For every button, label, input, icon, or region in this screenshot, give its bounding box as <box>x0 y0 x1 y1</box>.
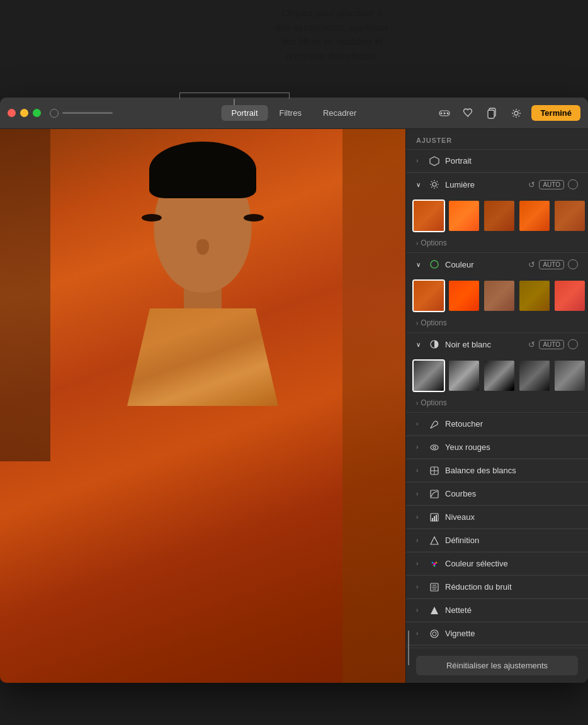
adj-nb-label: Noir et blanc <box>445 340 523 349</box>
couleur-options-toggle[interactable]: › Options <box>416 318 578 327</box>
thumb-couleur-2[interactable] <box>448 279 480 312</box>
maximize-button[interactable] <box>33 109 41 117</box>
adj-niveaux-label: Niveaux <box>445 512 578 522</box>
terminer-button[interactable]: Terminé <box>531 105 580 121</box>
adj-courbes[interactable]: › Courbes <box>406 483 588 505</box>
svg-point-31 <box>433 446 436 449</box>
adj-portrait[interactable]: › Portrait <box>406 150 588 172</box>
svg-marker-40 <box>431 537 438 544</box>
lumiere-thumbs <box>406 196 588 236</box>
thumb-nb-4[interactable] <box>518 359 551 392</box>
yeux-icon <box>429 442 440 453</box>
noise-icon <box>429 582 440 593</box>
svg-marker-51 <box>431 607 438 614</box>
thumb-lumiere-2[interactable] <box>448 200 480 232</box>
adj-couleur-label: Couleur <box>445 260 523 269</box>
lumiere-auto[interactable]: AUTO <box>539 180 564 189</box>
adj-nettete[interactable]: › Netteté <box>406 599 588 622</box>
nb-auto[interactable]: AUTO <box>539 340 564 349</box>
thumb-lumiere-5[interactable] <box>553 200 586 232</box>
minimize-button[interactable] <box>20 109 28 117</box>
right-eye <box>244 214 264 222</box>
lumiere-options-toggle[interactable]: › Options <box>416 239 578 247</box>
thumb-couleur-1[interactable] <box>412 279 445 312</box>
couleur-reset[interactable]: ↺ <box>528 260 535 269</box>
options-label-lumiere: Options <box>421 239 446 247</box>
magic-icon[interactable] <box>507 104 525 122</box>
nb-options[interactable]: › Options <box>406 396 588 412</box>
reset-button[interactable]: Réinitialiser les ajustements <box>416 656 578 675</box>
adj-couleur-header[interactable]: ∨ Couleur ↺ AUTO <box>406 253 588 276</box>
tab-ajuster[interactable]: Portrait <box>222 105 268 121</box>
content-area: Portrait Studio AJUSTER › <box>0 129 588 683</box>
thumb-couleur-5[interactable] <box>553 279 586 312</box>
thumb-nb-3[interactable] <box>483 359 516 392</box>
adj-vignette-label: Vignette <box>445 629 578 638</box>
adj-definition[interactable]: › Définition <box>406 529 588 552</box>
duplicate-icon[interactable] <box>483 104 501 122</box>
brightness-slider[interactable] <box>50 109 113 118</box>
thumb-nb-2[interactable] <box>448 359 480 392</box>
svg-point-6 <box>514 111 518 115</box>
adj-definition-label: Définition <box>445 536 578 545</box>
tab-recadrer[interactable]: Recadrer <box>313 105 366 121</box>
tab-bar: Portrait Filtres Recadrer <box>222 105 367 121</box>
couleur-toggle[interactable] <box>568 259 578 269</box>
adj-lumiere-label: Lumière <box>445 180 523 189</box>
vignette-icon <box>429 628 440 639</box>
slider-track <box>62 112 113 114</box>
couleur-auto[interactable]: AUTO <box>539 260 564 269</box>
tab-filtres[interactable]: Filtres <box>269 105 312 121</box>
couleur-options[interactable]: › Options <box>406 316 588 332</box>
thumb-lumiere-1[interactable] <box>412 200 445 232</box>
photo-content <box>0 129 405 683</box>
svg-point-45 <box>432 565 433 566</box>
nb-options-toggle[interactable]: › Options <box>416 398 578 407</box>
adj-balance[interactable]: › Balance des blancs <box>406 459 588 482</box>
nose <box>196 239 209 255</box>
lumiere-controls: ↺ AUTO <box>528 179 578 189</box>
thumb-couleur-3[interactable] <box>483 279 516 312</box>
svg-point-44 <box>434 565 436 566</box>
options-chevron-nb: › <box>416 400 418 407</box>
adj-selective[interactable]: › Couleur sélective <box>406 553 588 575</box>
favorite-icon[interactable] <box>460 104 477 122</box>
adj-yeux[interactable]: › Yeux rouges <box>406 436 588 459</box>
svg-line-27 <box>431 187 432 188</box>
adj-lumiere-header[interactable]: ∨ Lumiè <box>406 173 588 196</box>
adj-niveaux[interactable]: › Niveaux <box>406 506 588 529</box>
adj-vignette[interactable]: › Vignette <box>406 622 588 645</box>
brightness-icon <box>50 109 59 118</box>
adj-noise[interactable]: › Réduction du bruit <box>406 576 588 599</box>
app-window: Portrait Filtres Recadrer <box>0 98 588 683</box>
more-options-icon[interactable] <box>436 104 453 122</box>
svg-point-53 <box>433 632 436 636</box>
nb-toggle[interactable] <box>568 339 578 349</box>
adj-retoucher[interactable]: › Retoucher <box>406 413 588 436</box>
thumb-nb-1[interactable] <box>412 359 445 392</box>
adj-selective-label: Couleur sélective <box>445 559 578 568</box>
thumb-lumiere-4[interactable] <box>518 200 551 232</box>
thumb-nb-5[interactable] <box>553 359 586 392</box>
nb-icon <box>429 339 440 350</box>
wall-left <box>0 129 50 461</box>
chevron-balance: › <box>416 467 424 474</box>
close-button[interactable] <box>8 109 16 117</box>
couleur-thumbs <box>406 276 588 316</box>
courbes-icon <box>429 488 440 500</box>
adj-nb-header[interactable]: ∨ Noir et blanc ↺ AUTO <box>406 333 588 356</box>
nb-reset[interactable]: ↺ <box>528 340 535 349</box>
svg-point-1 <box>444 112 446 114</box>
nb-controls: ↺ AUTO <box>528 339 578 349</box>
options-chevron-lumiere: › <box>416 240 418 247</box>
thumb-couleur-4[interactable] <box>518 279 551 312</box>
thumb-lumiere-3[interactable] <box>483 200 516 232</box>
svg-line-14 <box>513 115 514 116</box>
titlebar: Portrait Filtres Recadrer <box>0 98 588 129</box>
lumiere-reset[interactable]: ↺ <box>528 180 535 189</box>
retoucher-icon <box>429 419 440 430</box>
chevron-vignette: › <box>416 630 424 637</box>
svg-point-30 <box>431 445 438 450</box>
lumiere-toggle[interactable] <box>568 179 578 189</box>
lumiere-options[interactable]: › Options <box>406 236 588 252</box>
